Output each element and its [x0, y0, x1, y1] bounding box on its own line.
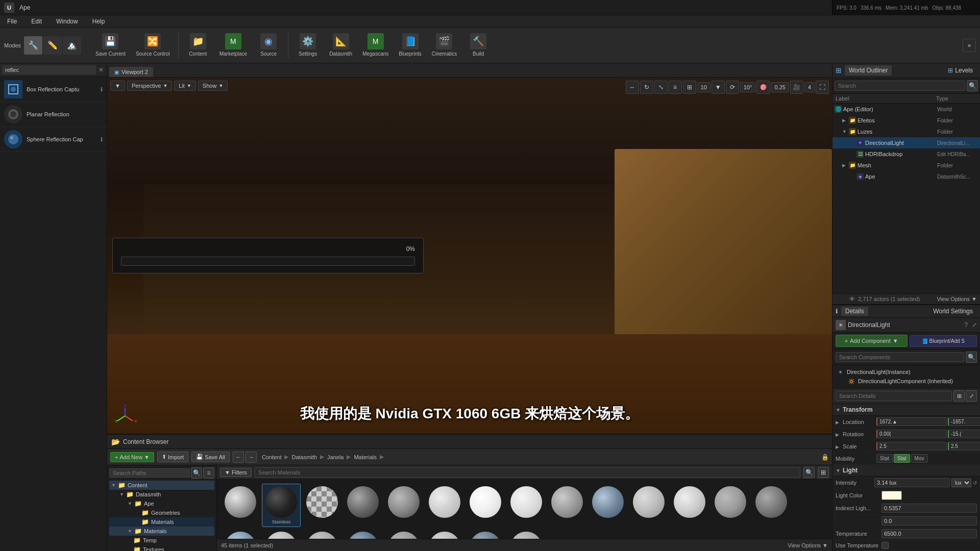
material-item-3[interactable] — [344, 484, 382, 527]
viewport-tab-2[interactable]: ▣ Viewport 2 — [109, 67, 153, 77]
surface-snapping[interactable]: ⊞ — [683, 81, 696, 94]
mode-btn-2[interactable]: ✏️ — [43, 36, 62, 55]
levels-tab[interactable]: ⊞ Levels — [944, 65, 977, 76]
location-x[interactable] — [876, 417, 947, 426]
movable-button[interactable]: Mov — [911, 454, 928, 463]
folder-expand[interactable]: ▶ — [842, 163, 847, 168]
list-item-sphere-reflection[interactable]: Sphere Reflection Cap ℹ — [0, 127, 107, 152]
details-tab[interactable]: Details — [841, 307, 868, 316]
transform-section-header[interactable]: ▼ Transform — [832, 404, 980, 416]
menu-file[interactable]: File — [4, 17, 20, 26]
material-item-7[interactable] — [507, 484, 546, 527]
camera-speed[interactable]: 🎥 — [790, 81, 803, 94]
folder-ape[interactable]: ▼ 📁 Ape — [109, 499, 214, 508]
details-grid-button[interactable]: ⊞ — [953, 390, 965, 402]
translate-tool[interactable]: ↔ — [626, 81, 639, 94]
source-button[interactable]: ◉ Source — [253, 30, 284, 61]
material-item-12[interactable] — [711, 484, 750, 527]
list-item-box-reflection[interactable]: Box Reflection Captu ℹ — [0, 77, 107, 102]
material-item-row2-0[interactable] — [221, 529, 260, 539]
grid-size[interactable]: 10 — [697, 82, 710, 92]
scale-y[interactable] — [948, 442, 980, 450]
comp-search-button[interactable]: 🔍 — [966, 352, 977, 363]
list-item-planar-reflection[interactable]: Planar Reflection — [0, 102, 107, 127]
view-options-button[interactable]: View Options ▼ — [788, 542, 828, 548]
outliner-search-input[interactable] — [835, 81, 965, 91]
indirect-input2[interactable] — [881, 516, 977, 525]
comp-item-directional-light-instance[interactable]: ☀ DirectionalLight(Instance) — [832, 367, 980, 377]
path-content[interactable]: Content — [260, 453, 284, 461]
folder-materials-ape[interactable]: ▶ 📁 Materials — [109, 517, 214, 527]
material-item-6[interactable] — [466, 484, 505, 527]
folder-geometries[interactable]: ▶ 📁 Geometries — [109, 508, 214, 517]
save-current-button[interactable]: 💾 Save Current — [91, 30, 130, 61]
import-button[interactable]: ⬆ Import — [157, 452, 188, 462]
material-item-11[interactable] — [670, 484, 709, 527]
scale-snap-value[interactable]: 0.25 — [771, 82, 789, 92]
path-janela[interactable]: Janela — [325, 453, 346, 461]
outliner-search-button[interactable]: 🔍 — [967, 80, 978, 91]
viewport[interactable]: ▼ Perspective ▼ Lit ▼ Show ▼ ↔ ↻ — [107, 78, 832, 434]
material-item-5[interactable] — [425, 484, 464, 527]
menu-edit[interactable]: Edit — [28, 17, 45, 26]
search-materials-input[interactable] — [255, 467, 800, 478]
search-components-input[interactable] — [836, 352, 964, 362]
rotate-tool[interactable]: ↻ — [640, 81, 653, 94]
folder-temp[interactable]: ▶ 📁 Temp — [109, 536, 214, 545]
material-item-9[interactable] — [589, 484, 627, 527]
filters-button[interactable]: ▼ Filters — [220, 468, 252, 477]
blueprints-button[interactable]: 📘 Blueprints — [395, 30, 425, 61]
scale-x[interactable] — [876, 442, 947, 450]
rotation-snap-value[interactable]: 10° — [740, 82, 756, 92]
search-details-input[interactable] — [836, 391, 952, 401]
stationary-button[interactable]: Stat — [894, 454, 910, 463]
material-item-row2-6[interactable] — [466, 529, 505, 539]
material-item-10[interactable] — [629, 484, 668, 527]
temperature-input[interactable] — [881, 529, 977, 538]
lock-button[interactable]: 🔒 — [821, 454, 829, 461]
outliner-item-efeitos[interactable]: ▶ 📁 Efeitos Folder — [832, 115, 980, 126]
mode-btn-3[interactable]: 🏔️ — [63, 36, 81, 55]
toolbar-expand-button[interactable]: » — [963, 39, 976, 52]
location-y[interactable] — [948, 417, 980, 426]
save-all-button[interactable]: 💾 Save All — [191, 452, 230, 462]
camera-speed-value[interactable]: 4 — [804, 82, 815, 92]
intensity-input[interactable] — [874, 478, 950, 487]
maximize-viewport[interactable]: ⛶ — [816, 81, 829, 94]
folder-datasmith[interactable]: ▼ 📁 Datasmith — [109, 490, 214, 499]
menu-window[interactable]: Window — [53, 17, 81, 26]
nav-back-button[interactable]: ← — [233, 452, 244, 463]
indirect-input[interactable] — [881, 504, 977, 513]
material-item-row2-3[interactable] — [344, 529, 382, 539]
outliner-item-directional-light[interactable]: ▶ ☀ DirectionalLight DirectionalLi... — [832, 137, 980, 148]
outliner-item-mesh[interactable]: ▶ 📁 Mesh Folder — [832, 160, 980, 171]
material-item-8[interactable] — [548, 484, 586, 527]
content-button[interactable]: 📁 Content — [183, 30, 213, 61]
material-item-row2-5[interactable] — [425, 529, 464, 539]
viewport-menu-button[interactable]: ▼ — [110, 81, 125, 91]
folder-content[interactable]: ▼ 📁 Content — [109, 481, 214, 490]
use-temperature-checkbox[interactable] — [881, 542, 889, 549]
material-item-2[interactable] — [303, 484, 341, 527]
show-button[interactable]: Show ▼ — [198, 81, 228, 91]
folder-expand[interactable]: ▶ — [842, 118, 847, 123]
rotation-snap[interactable]: ⟳ — [726, 81, 739, 94]
material-item-row2-2[interactable] — [303, 529, 341, 539]
folder-view-toggle[interactable]: ≡ — [203, 467, 214, 479]
nav-forward-button[interactable]: → — [246, 452, 257, 463]
scale-tool[interactable]: ⤡ — [654, 81, 668, 94]
add-new-button[interactable]: + Add New ▼ — [110, 452, 154, 462]
material-item-0[interactable] — [221, 484, 260, 527]
cinematics-button[interactable]: 🎬 Cinematics — [428, 30, 461, 61]
material-item-row2-7[interactable] — [507, 529, 546, 539]
comp-item-directional-light-inherited[interactable]: 🔆 DirectionalLightComponent (Inherited) — [832, 377, 980, 386]
search-paths-button[interactable]: 🔍 — [191, 467, 202, 479]
build-button[interactable]: 🔨 Build — [463, 30, 494, 61]
view-toggle-button[interactable]: ⊞ — [818, 467, 829, 478]
material-item-13[interactable] — [752, 484, 791, 527]
intensity-reset[interactable]: ↺ — [973, 480, 977, 486]
light-color-swatch[interactable] — [881, 491, 902, 500]
datasmith-button[interactable]: 📐 Datasmith — [325, 30, 356, 61]
snap-icon[interactable]: 🎯 — [756, 81, 770, 94]
outliner-item-ape-editor[interactable]: 🌐 Ape (Editor) World — [832, 104, 980, 115]
